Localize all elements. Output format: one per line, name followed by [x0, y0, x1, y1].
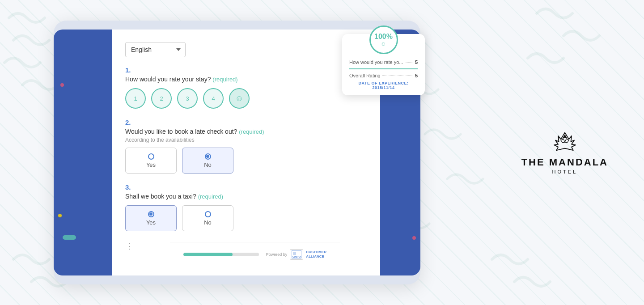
- svg-text:CUSTOMER: CUSTOMER: [292, 255, 301, 258]
- survey-wrapper: English German French Spanish 1. How wou…: [54, 21, 420, 284]
- survey-footer: Powered by CUSTOMER CUSTOMERALLIANCE: [170, 242, 340, 267]
- q1-text: How would you rate your stay? (required): [125, 76, 367, 83]
- result-row2-label: Overall Rating: [349, 73, 381, 78]
- hotel-logo-svg: [551, 131, 578, 153]
- q2-subtext: According to the availabilities: [125, 137, 367, 143]
- q3-text: Shall we book you a taxi? (required): [125, 193, 367, 200]
- q3-yes-radio: [148, 211, 154, 217]
- q2-number: 2.: [125, 119, 367, 126]
- result-divider: [349, 68, 418, 69]
- rating-5[interactable]: ☺: [229, 88, 250, 109]
- result-circle-wrap: 100% ☺: [349, 25, 418, 54]
- q3-no-btn[interactable]: No: [182, 205, 233, 231]
- q1-number: 1.: [125, 66, 367, 74]
- blue-left-panel: [54, 30, 112, 275]
- deco-teal-left: [63, 235, 76, 240]
- result-dots-2: [382, 75, 413, 76]
- svg-rect-1: [293, 252, 296, 255]
- result-dots-1: [405, 62, 413, 63]
- progress-bar-fill: [183, 253, 233, 256]
- rating-row: 1 2 3 4 ☺: [125, 88, 367, 109]
- question-2: 2. Would you like to book a late check o…: [125, 119, 367, 174]
- page-container: English German French Spanish 1. How wou…: [0, 0, 644, 305]
- q3-options: Yes No: [125, 205, 367, 231]
- rating-3[interactable]: 3: [177, 88, 198, 109]
- language-selector-wrap: English German French Spanish: [125, 42, 367, 57]
- survey-content: English German French Spanish 1. How wou…: [112, 30, 380, 251]
- result-row1-label: How would you rate yo...: [349, 59, 403, 65]
- hotel-logo: THE MANDALA HOTEL: [521, 131, 608, 174]
- result-smile: ☺: [381, 41, 386, 47]
- q2-yes-label: Yes: [146, 161, 156, 168]
- q3-yes-btn[interactable]: Yes: [125, 205, 177, 231]
- result-card: 100% ☺ How would you rate yo... 5 Overal…: [342, 34, 425, 95]
- result-row2-score: 5: [415, 73, 418, 78]
- result-circle: 100% ☺: [369, 25, 398, 54]
- ca-logo: CUSTOMER: [290, 249, 303, 260]
- deco-red-left: [60, 83, 64, 87]
- question-1: 1. How would you rate your stay? (requir…: [125, 66, 367, 109]
- rating-1[interactable]: 1: [125, 88, 146, 109]
- q3-no-label: No: [204, 219, 212, 226]
- result-row1-score: 5: [415, 59, 418, 65]
- rating-4[interactable]: 4: [203, 88, 224, 109]
- hotel-subtitle: HOTEL: [552, 169, 577, 174]
- powered-by: Powered by CUSTOMER CUSTOMERALLIANCE: [266, 249, 326, 260]
- q2-yes-radio: [148, 153, 154, 160]
- result-row-1: How would you rate yo... 5: [349, 59, 418, 65]
- result-row-2: Overall Rating 5: [349, 73, 418, 78]
- ca-logo-svg: CUSTOMER: [292, 250, 301, 258]
- q2-options: Yes No: [125, 148, 367, 174]
- question-3: 3. Shall we book you a taxi? (required) …: [125, 183, 367, 231]
- ca-text: CUSTOMERALLIANCE: [306, 250, 326, 258]
- rating-2[interactable]: 2: [151, 88, 172, 109]
- deco-yellow-left: [58, 214, 62, 217]
- q2-no-label: No: [204, 161, 212, 168]
- q2-yes-btn[interactable]: Yes: [125, 148, 177, 174]
- language-select[interactable]: English German French Spanish: [125, 42, 186, 57]
- q2-no-radio: [205, 153, 211, 160]
- deco-red-right: [412, 236, 416, 240]
- hotel-name: THE MANDALA: [521, 157, 608, 168]
- q3-yes-label: Yes: [146, 219, 156, 226]
- q3-no-radio: [205, 211, 211, 217]
- progress-bar-wrap: [183, 253, 259, 256]
- q2-no-btn[interactable]: No: [182, 148, 233, 174]
- result-date: DATE OF EXPERIENCE: 2018/11/14: [349, 81, 418, 90]
- q3-number: 3.: [125, 183, 367, 191]
- survey-inner: English German French Spanish 1. How wou…: [112, 30, 380, 275]
- q2-text: Would you like to book a late check out?…: [125, 128, 367, 135]
